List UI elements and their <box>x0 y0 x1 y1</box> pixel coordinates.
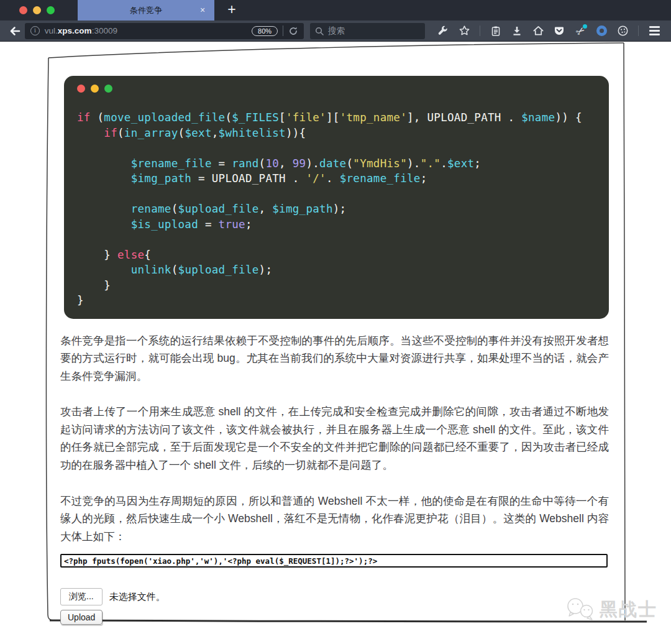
window-minimize-icon[interactable] <box>33 6 41 14</box>
page-content: if (move_uploaded_file($_FILES['file']['… <box>0 42 671 644</box>
code-yellow-dot-icon <box>91 85 99 93</box>
tab-close-icon[interactable]: × <box>197 4 208 16</box>
paragraph-race-condition: 条件竞争是指一个系统的运行结果依赖于不受控制的事件的先后顺序。当这些不受控制的事… <box>60 332 609 385</box>
code-snippet: if (move_uploaded_file($_FILES['file']['… <box>64 76 609 319</box>
clipper-extension-button[interactable]: ✂ <box>570 22 591 40</box>
paragraph-webshell-intro: 不过竞争的马因为生存周期短的原因，所以和普通的 Webshell 不太一样，他的… <box>60 492 609 546</box>
browse-button[interactable]: 浏览... <box>60 588 103 605</box>
back-button[interactable] <box>6 22 24 40</box>
reload-icon[interactable] <box>288 26 298 36</box>
file-picker-row: 浏览... 未选择文件。 <box>60 588 609 605</box>
menu-button[interactable] <box>644 22 665 40</box>
article: if (move_uploaded_file($_FILES['file']['… <box>60 76 609 625</box>
webshell-code-input[interactable] <box>60 554 608 568</box>
star-icon <box>459 25 470 37</box>
cookie-extension-button[interactable] <box>612 22 633 40</box>
toolbar-icons: ✂ <box>432 22 665 40</box>
downloads-button[interactable] <box>506 22 527 40</box>
code-green-dot-icon <box>104 85 112 93</box>
watermark: 黑战士 <box>565 597 657 623</box>
wechat-icon <box>565 597 597 623</box>
code-red-dot-icon <box>77 85 85 93</box>
browser-toolbar: i vul.xps.com:30009 80% <box>0 21 671 42</box>
menu-icon <box>649 26 660 35</box>
search-box[interactable] <box>310 23 425 39</box>
zoom-level-badge[interactable]: 80% <box>252 26 278 36</box>
clipboard-icon <box>490 25 501 37</box>
toolbar-divider-2 <box>638 25 639 36</box>
home-button[interactable] <box>527 22 549 40</box>
window-close-icon[interactable] <box>19 6 27 14</box>
php-code: if (move_uploaded_file($_FILES['file']['… <box>64 93 609 308</box>
url-bar[interactable]: i vul.xps.com:30009 80% <box>25 23 304 39</box>
pocket-icon <box>554 25 565 37</box>
download-icon <box>511 25 523 37</box>
upload-button[interactable]: Upload <box>60 610 103 625</box>
tab-title: 条件竞争 <box>130 5 162 16</box>
pocket-button[interactable] <box>549 22 570 40</box>
notes-button[interactable] <box>485 22 506 40</box>
window-zoom-icon[interactable] <box>47 6 55 14</box>
ring-icon <box>596 25 607 36</box>
wrench-icon <box>437 25 449 37</box>
paragraph-attack-flow: 攻击者上传了一个用来生成恶意 shell 的文件，在上传完成和安全检查完成并删除… <box>60 403 609 474</box>
clipper-badge <box>583 24 587 29</box>
new-tab-button[interactable]: + <box>222 1 241 18</box>
search-input[interactable] <box>328 26 409 35</box>
search-icon <box>315 27 324 35</box>
ring-extension-button[interactable] <box>591 22 612 40</box>
toolbar-divider <box>480 25 480 36</box>
back-icon <box>9 25 21 37</box>
cookie-icon <box>617 25 629 37</box>
browser-tab[interactable]: 条件竞争 × <box>78 0 214 21</box>
window-titlebar: 条件竞争 × + <box>0 0 671 21</box>
bookmark-button[interactable] <box>454 22 475 40</box>
no-file-label: 未选择文件。 <box>109 591 165 603</box>
developer-tools-button[interactable] <box>432 22 454 40</box>
url-divider <box>283 25 283 36</box>
window-traffic-lights <box>19 6 55 14</box>
url-text: vul.xps.com:30009 <box>45 26 117 35</box>
watermark-text: 黑战士 <box>600 597 657 622</box>
site-info-icon[interactable]: i <box>30 26 40 35</box>
code-window-dots <box>64 85 609 93</box>
home-icon <box>532 25 544 37</box>
